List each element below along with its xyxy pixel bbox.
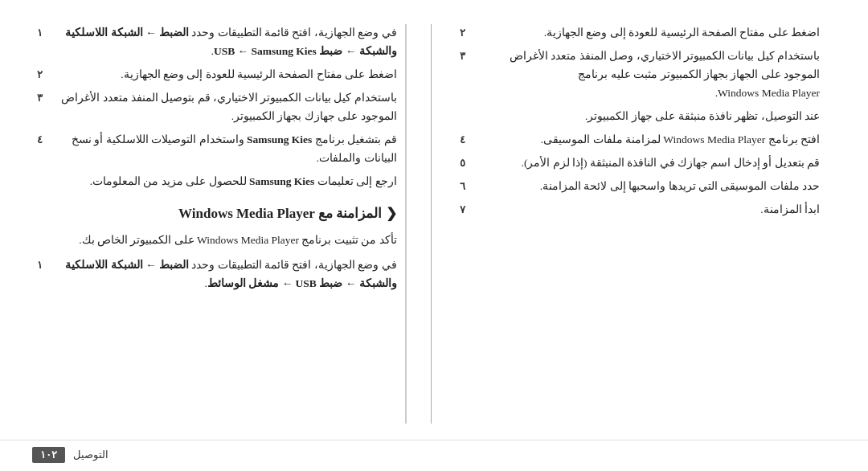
right-windows-number-1: ١: [32, 256, 47, 274]
page-container: ١ في وضع الجهازية، افتح قائمة التطبيقات …: [0, 0, 868, 471]
left-text-7: ابدأ المزامنة.: [475, 201, 821, 219]
item-number-4: ٤: [32, 131, 47, 149]
left-number-2: ٢: [456, 24, 470, 42]
left-item-3: ٣ باستخدام كيل بيانات الكمبيوتر الاختيار…: [456, 47, 821, 103]
right-windows-text-1: في وضع الجهازية، افتح قائمة التطبيقات وح…: [51, 256, 397, 293]
left-item-2: ٢ اضغط على مفتاح الصفحة الرئيسية للعودة …: [456, 24, 821, 43]
left-item-6: ٦ حدد ملفات الموسيقى التي تريدها واسحبها…: [456, 178, 821, 196]
left-text-6: حدد ملفات الموسيقى التي تريدها واسحبها إ…: [475, 178, 821, 196]
left-item-7: ٧ ابدأ المزامنة.: [456, 201, 821, 219]
left-number-7: ٧: [456, 201, 470, 219]
footer-text: التوصيل ١٠٢: [32, 447, 108, 463]
left-text-3b: عند التوصيل، تظهر نافذة منبثقة على جهاز …: [475, 108, 821, 126]
item-number-3: ٣: [32, 89, 47, 107]
column-divider: [431, 24, 432, 424]
item-number-2: ٢: [32, 66, 47, 84]
footer-label: التوصيل: [73, 448, 108, 461]
right-item-2: ٢ اضغط على مفتاح الصفحة الرئيسية للعودة …: [32, 66, 397, 84]
left-item-4: ٤ افتح برنامج Windows Media Player لمزام…: [456, 131, 821, 149]
right-item-5: ارجع إلى تعليمات Samsung Kies للحصول على…: [32, 173, 397, 191]
item-text-1: في وضع الجهازية، افتح قائمة التطبيقات وح…: [51, 24, 397, 61]
windows-header-text: المزامنة مع Windows Media Player: [178, 206, 382, 221]
left-text-4: افتح برنامج Windows Media Player لمزامنة…: [475, 131, 821, 149]
right-item-4: ٤ قم بتشغيل برنامج Samsung Kies واستخدام…: [32, 131, 397, 168]
item-text-4: قم بتشغيل برنامج Samsung Kies واستخدام ا…: [51, 131, 397, 168]
right-windows-item-1: ١ في وضع الجهازية، افتح قائمة التطبيقات …: [32, 256, 397, 293]
item-number-1: ١: [32, 24, 47, 42]
page-footer: التوصيل ١٠٢: [0, 440, 868, 471]
left-text-3: باستخدام كيل بيانات الكمبيوتر الاختياري،…: [475, 47, 821, 103]
right-item-3: ٣ باستخدام كيل بيانات الكمبيوتر الاختيار…: [32, 89, 397, 126]
left-text-2: اضغط على مفتاح الصفحة الرئيسية للعودة إل…: [475, 24, 821, 43]
left-number-6: ٦: [456, 178, 470, 195]
section-arrow: ❮: [386, 206, 397, 221]
content-area: ١ في وضع الجهازية، افتح قائمة التطبيقات …: [0, 0, 868, 440]
item-text-2: اضغط على مفتاح الصفحة الرئيسية للعودة إل…: [51, 66, 397, 84]
right-item-1: ١ في وضع الجهازية، افتح قائمة التطبيقات …: [32, 24, 397, 61]
left-number-5: ٥: [456, 154, 470, 172]
windows-intro: تأكد من تثبيت برنامج Windows Media Playe…: [32, 231, 397, 250]
left-column: ٢ اضغط على مفتاح الصفحة الرئيسية للعودة …: [456, 24, 837, 424]
item-text-3: باستخدام كيل بيانات الكمبيوتر الاختياري،…: [51, 89, 397, 126]
left-number-3: ٣: [456, 47, 470, 65]
item-text-5: ارجع إلى تعليمات Samsung Kies للحصول على…: [51, 173, 397, 191]
page-number: ١٠٢: [32, 447, 65, 463]
left-item-5: ٥ قم بتعديل أو إدخال اسم جهازك في النافذ…: [456, 154, 821, 173]
left-text-5: قم بتعديل أو إدخال اسم جهازك في النافذة …: [475, 154, 821, 173]
windows-section-header: ❮ المزامنة مع Windows Media Player: [32, 203, 397, 226]
left-number-4: ٤: [456, 131, 470, 149]
left-item-3b: عند التوصيل، تظهر نافذة منبثقة على جهاز …: [456, 108, 821, 126]
right-column: ١ في وضع الجهازية، افتح قائمة التطبيقات …: [32, 24, 407, 424]
